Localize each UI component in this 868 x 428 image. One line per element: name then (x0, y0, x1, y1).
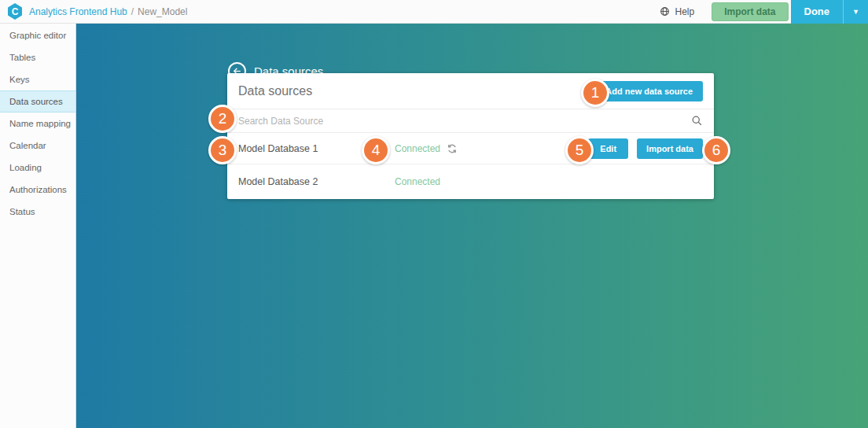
top-bar: C Analytics Frontend Hub / New_Model Hel… (0, 0, 868, 24)
search-data-source-input[interactable] (238, 116, 691, 127)
data-sources-card: Data sources Add new data source Model D… (227, 73, 714, 199)
app-logo[interactable]: C (7, 3, 23, 20)
logo-letter: C (12, 6, 19, 17)
sidebar-item-authorizations[interactable]: Authorizations (0, 179, 75, 201)
card-title: Data sources (238, 84, 595, 98)
breadcrumb: Analytics Frontend Hub / New_Model (29, 6, 187, 17)
search-row (227, 109, 714, 133)
callout-badge-2: 2 (208, 105, 237, 133)
done-split-button: Done ▼ (791, 0, 868, 24)
refresh-icon[interactable] (447, 144, 457, 153)
row-actions: Edit Import data (588, 138, 703, 159)
status-badge: Connected (395, 143, 440, 154)
help-label: Help (675, 6, 694, 17)
sidebar-item-graphic-editor[interactable]: Graphic editor (0, 24, 75, 46)
import-data-row-button[interactable]: Import data (637, 138, 703, 159)
sidebar-item-data-sources[interactable]: Data sources (0, 90, 75, 113)
connection-status: Connected (395, 143, 457, 154)
add-new-data-source-button[interactable]: Add new data source (595, 81, 703, 101)
callout-badge-6: 6 (702, 136, 730, 164)
sidebar-nav: Graphic editor Tables Keys Data sources … (0, 24, 76, 428)
help-menu[interactable]: Help (660, 6, 694, 17)
app-window: C Analytics Frontend Hub / New_Model Hel… (0, 0, 868, 428)
sidebar-item-status[interactable]: Status (0, 201, 75, 223)
sidebar-item-name-mapping[interactable]: Name mapping (0, 113, 75, 135)
breadcrumb-separator: / (131, 6, 134, 17)
data-source-name: Model Database 2 (238, 176, 395, 187)
search-icon[interactable] (691, 115, 703, 127)
connection-status: Connected (395, 176, 440, 187)
callout-badge-1: 1 (581, 79, 609, 107)
sidebar-item-keys[interactable]: Keys (0, 68, 75, 90)
sidebar-item-loading[interactable]: Loading (0, 157, 75, 179)
import-data-header-button[interactable]: Import data (712, 2, 788, 21)
globe-help-icon (660, 6, 670, 17)
breadcrumb-app-link[interactable]: Analytics Frontend Hub (29, 6, 127, 17)
top-bar-actions: Help Import data Done ▼ (660, 0, 868, 23)
callout-badge-4: 4 (362, 136, 390, 164)
callout-badge-5: 5 (565, 136, 594, 164)
chevron-down-icon[interactable]: ▼ (844, 8, 868, 16)
breadcrumb-current-model: New_Model (138, 6, 187, 17)
edit-button[interactable]: Edit (588, 138, 628, 159)
done-button[interactable]: Done (791, 6, 844, 17)
callout-badge-3: 3 (208, 136, 237, 164)
table-row: Model Database 2 Connected (227, 164, 714, 199)
card-header: Data sources Add new data source (227, 73, 714, 109)
status-badge: Connected (395, 176, 440, 187)
table-row: Model Database 1 Connected Edit Import d… (227, 133, 714, 164)
sidebar-item-calendar[interactable]: Calendar (0, 135, 75, 157)
sidebar-item-tables[interactable]: Tables (0, 46, 75, 68)
